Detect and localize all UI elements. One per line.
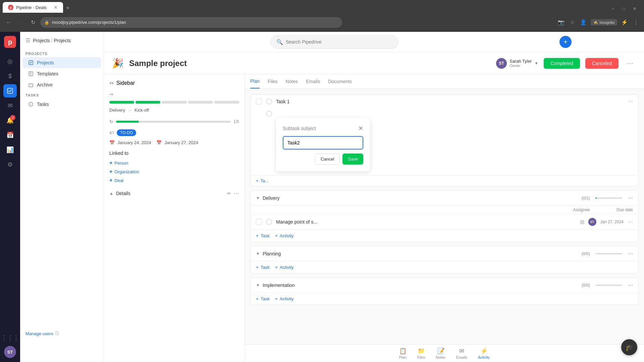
extensions-icon[interactable]: ⚡ [620, 18, 629, 27]
bottom-activity-label: Activity [478, 355, 490, 359]
header-more-btn[interactable]: ⋯ [624, 58, 636, 69]
bottom-item-plan[interactable]: 📋 Plan [399, 347, 407, 359]
browser-menu-icon[interactable]: ⋮ [632, 18, 640, 27]
delivery-add-task-btn[interactable]: + Task [256, 233, 270, 238]
global-search[interactable]: 🔍 [271, 35, 398, 49]
sidebar-item-tasks[interactable]: Tasks [23, 99, 101, 110]
bottom-item-notes[interactable]: 📝 Notes [436, 347, 445, 359]
delivery-add-activity-btn[interactable]: + Activity [275, 233, 293, 238]
nav-icon-settings[interactable]: ⚙ [3, 158, 17, 171]
sidebar-item-archive[interactable]: Archive [23, 79, 101, 90]
task-manage-subtask-icon[interactable]: ⊞ [580, 219, 584, 225]
add-deal-icon: + [109, 177, 112, 183]
popup-header: Subtask subject ✕ [283, 125, 363, 132]
todo-tag[interactable]: TO-DO [117, 129, 136, 136]
bottom-item-activity[interactable]: ⚡ Activity [478, 347, 490, 359]
tab-documents[interactable]: Documents [328, 75, 352, 88]
add-deal-btn[interactable]: + Deal [109, 176, 239, 185]
tab-notes[interactable]: Notes [286, 75, 298, 88]
popup-cancel-btn[interactable]: Cancel [315, 154, 340, 165]
task-group-planning: ▼ Planning (0/0) ⋯ + Task [250, 246, 639, 274]
add-organization-btn[interactable]: + Organization [109, 167, 239, 176]
subtask-radio[interactable] [266, 111, 272, 117]
forward-btn[interactable]: → [16, 18, 25, 27]
task-manage-drag[interactable] [256, 219, 262, 225]
nav-icon-calendar[interactable]: 📅 [3, 128, 17, 142]
tab-close-btn[interactable]: ✕ [54, 5, 58, 10]
bottom-item-emails[interactable]: ✉ Emails [456, 347, 467, 359]
active-tab[interactable]: p Pipeline - Deals ✕ [3, 2, 63, 13]
nav-icon-mail[interactable]: ✉ [3, 99, 17, 112]
breadcrumb-projects[interactable]: Projects [33, 38, 50, 43]
maximize-btn[interactable]: □ [620, 5, 628, 13]
tab-files[interactable]: Files [268, 75, 278, 88]
start-date[interactable]: January 24, 2024 [117, 140, 151, 145]
planning-group-header[interactable]: ▼ Planning (0/0) ⋯ [251, 246, 638, 261]
add-global-btn[interactable]: + [559, 36, 572, 48]
help-btn[interactable]: 🎓 [621, 339, 637, 355]
details-edit-btn[interactable]: ✏ [227, 191, 231, 196]
bottom-item-files[interactable]: 📁 Files [417, 347, 425, 359]
task-1-drag-handle[interactable] [256, 99, 262, 105]
search-input[interactable] [286, 39, 392, 45]
implementation-collapse-btn[interactable]: ▼ [256, 283, 260, 288]
task-count: 1/5 [233, 119, 239, 124]
close-btn[interactable]: ✕ [631, 5, 639, 13]
delivery-more-btn[interactable]: ⋯ [628, 195, 633, 201]
address-bar[interactable]: 🔒 moodjoy.pipedrive.com/projects/1/plan [40, 17, 342, 28]
owner-dropdown-icon[interactable]: ▼ [534, 61, 538, 66]
delivery-group-header[interactable]: ▼ Delivery (0/1) ⋯ [251, 191, 638, 205]
sidebar-collapse-icon[interactable]: ⇔ [109, 80, 114, 86]
end-date[interactable]: January 27, 2024 [164, 140, 198, 145]
profile-icon[interactable]: 👤 [579, 18, 588, 27]
pipeline-active-step[interactable]: Delivery [109, 108, 125, 113]
sidebar-toggle-btn[interactable]: ☰ [25, 37, 30, 44]
nav-icon-chart[interactable]: 📊 [3, 143, 17, 157]
planning-add-activity-btn[interactable]: + Activity [275, 264, 293, 270]
details-title: Details [116, 191, 224, 196]
completed-btn[interactable]: Completed [544, 58, 580, 69]
minimize-btn[interactable]: ─ [609, 5, 617, 13]
delivery-collapse-btn[interactable]: ▼ [256, 196, 260, 200]
popup-close-btn[interactable]: ✕ [358, 125, 363, 132]
task-1-more-btn[interactable]: ⋯ [628, 98, 633, 105]
planning-collapse-btn[interactable]: ▼ [256, 251, 260, 256]
planning-more-btn[interactable]: ⋯ [628, 250, 633, 257]
nav-icon-tasks[interactable] [3, 84, 17, 98]
implementation-group-header[interactable]: ▼ Implementation (0/0) ⋯ [251, 278, 638, 292]
implementation-add-task-btn[interactable]: + Task [256, 296, 270, 301]
pipeline-next-step[interactable]: Kick-off [135, 108, 149, 113]
tab-plan[interactable]: Plan [250, 74, 260, 88]
add-person-btn[interactable]: + Person [109, 159, 239, 167]
canceled-btn[interactable]: Canceled [585, 58, 619, 69]
sidebar-item-projects[interactable]: Projects [23, 57, 101, 68]
add-task-row-1[interactable]: + Ta... [251, 175, 638, 186]
implementation-add-activity-btn[interactable]: + Activity [275, 296, 293, 301]
manage-users-btn[interactable]: Manage users ⓘ [20, 325, 64, 342]
task-manage-more-btn[interactable]: ⋯ [628, 219, 633, 225]
implementation-more-btn[interactable]: ⋯ [628, 282, 633, 288]
user-avatar-nav[interactable]: ST [4, 346, 16, 358]
sidebar-item-projects-label: Projects [37, 60, 54, 65]
subtask-subject-input[interactable] [283, 136, 363, 149]
add-task-text: Task [261, 233, 270, 238]
back-btn[interactable]: ← [4, 18, 13, 27]
details-more-btn[interactable]: ⋯ [234, 190, 239, 196]
planning-add-task-btn[interactable]: + Task [256, 264, 270, 270]
nav-icon-home[interactable]: ◎ [3, 55, 17, 68]
bottom-emails-label: Emails [456, 355, 467, 359]
nav-icon-deals[interactable]: $ [3, 69, 17, 83]
sidebar-item-templates[interactable]: Templates [23, 68, 101, 79]
camera-icon[interactable]: 📷 [556, 18, 566, 27]
new-tab-button[interactable]: + [63, 3, 72, 13]
bookmark-star-icon[interactable]: ☆ [569, 18, 576, 27]
task-1-checkbox[interactable] [266, 99, 272, 105]
task-manage-checkbox[interactable] [266, 219, 272, 225]
add-org-label: Organization [114, 169, 139, 174]
nav-icon-bell[interactable]: 🔔 2 [3, 114, 17, 127]
nav-icon-more[interactable]: ⋮⋮⋮ [3, 331, 17, 345]
popup-save-btn[interactable]: Save [342, 154, 363, 165]
details-toggle-btn[interactable]: ▲ [109, 191, 113, 196]
refresh-btn[interactable]: ↻ [28, 18, 38, 27]
tab-emails[interactable]: Emails [306, 75, 320, 88]
